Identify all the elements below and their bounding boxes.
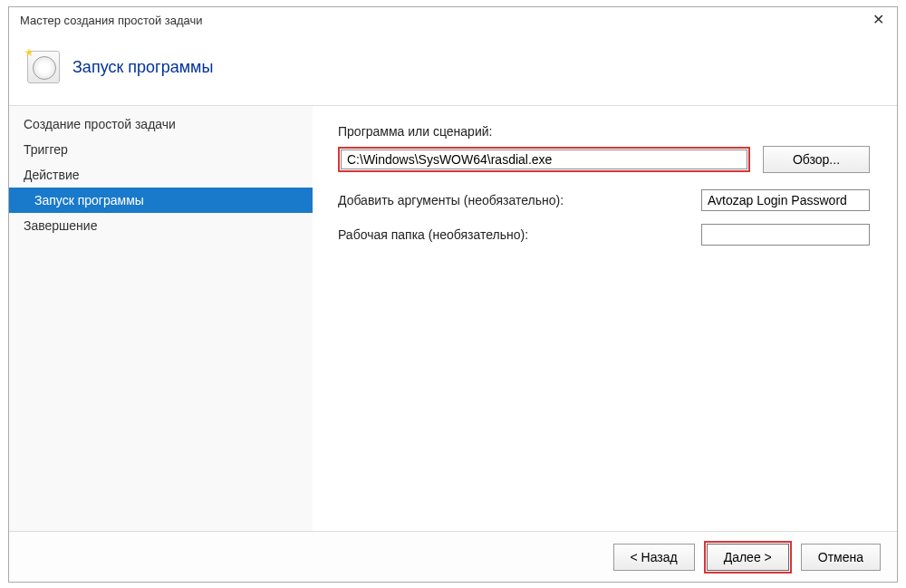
program-row: Обзор... — [338, 146, 870, 173]
sidebar-item-create-task[interactable]: Создание простой задачи — [9, 111, 313, 137]
sidebar-item-label: Создание простой задачи — [24, 117, 176, 131]
workdir-input[interactable] — [701, 224, 870, 246]
sidebar-item-finish[interactable]: Завершение — [9, 213, 313, 238]
sidebar: Создание простой задачи Триггер Действие… — [9, 106, 313, 531]
window-title: Мастер создания простой задачи — [20, 14, 203, 27]
wizard-window: Мастер создания простой задачи ✕ Запуск … — [8, 6, 898, 583]
body: Создание простой задачи Триггер Действие… — [9, 105, 897, 531]
workdir-row: Рабочая папка (необязательно): — [338, 224, 870, 246]
next-button-highlight: Далее > — [704, 541, 792, 574]
sidebar-item-start-program[interactable]: Запуск программы — [9, 188, 313, 213]
program-input-highlight — [338, 147, 750, 172]
titlebar: Мастер создания простой задачи ✕ — [9, 7, 897, 33]
args-label: Добавить аргументы (необязательно): — [338, 193, 701, 207]
sidebar-item-label: Триггер — [24, 142, 68, 157]
page-title: Запуск программы — [72, 58, 213, 77]
next-button[interactable]: Далее > — [707, 544, 789, 571]
program-input[interactable] — [341, 149, 747, 169]
sidebar-item-label: Завершение — [24, 218, 97, 233]
content: Программа или сценарий: Обзор... Добавит… — [313, 106, 897, 531]
arguments-input[interactable] — [701, 189, 870, 211]
sidebar-item-label: Запуск программы — [34, 193, 144, 207]
program-label: Программа или сценарий: — [338, 124, 870, 139]
args-row: Добавить аргументы (необязательно): — [338, 189, 870, 211]
sidebar-item-action[interactable]: Действие — [9, 162, 313, 188]
back-button[interactable]: < Назад — [613, 544, 695, 571]
sidebar-item-trigger[interactable]: Триггер — [9, 137, 313, 162]
header: Запуск программы — [9, 33, 897, 105]
close-icon[interactable]: ✕ — [867, 13, 890, 27]
workdir-label: Рабочая папка (необязательно): — [338, 227, 701, 242]
footer: < Назад Далее > Отмена — [9, 531, 897, 582]
scheduled-task-icon — [27, 51, 60, 83]
cancel-button[interactable]: Отмена — [801, 544, 881, 571]
browse-button[interactable]: Обзор... — [763, 146, 870, 173]
sidebar-item-label: Действие — [24, 168, 80, 182]
